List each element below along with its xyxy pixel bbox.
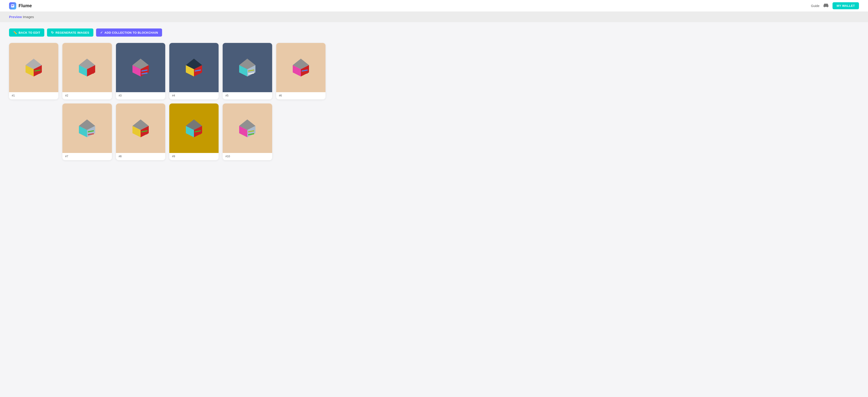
- guide-link[interactable]: Guide: [811, 4, 819, 8]
- image-label-3: #3: [116, 92, 165, 99]
- image-canvas-6: [276, 43, 326, 92]
- main-content: ✏️ BACK TO EDIT ↻ REGENERATE IMAGES ✓ AD…: [0, 22, 868, 174]
- image-card-7: #7: [62, 103, 112, 160]
- image-card-8: #8: [116, 103, 165, 160]
- breadcrumb: Preview Images: [9, 15, 34, 19]
- app-header: Flume Guide MY WALLET: [0, 0, 868, 12]
- breadcrumb-images: Images: [23, 15, 34, 19]
- image-canvas-8: [116, 103, 165, 153]
- image-label-7: #7: [62, 153, 112, 160]
- image-canvas-9: [169, 103, 219, 153]
- logo-area: Flume: [9, 2, 32, 9]
- image-card-5: #5: [223, 43, 272, 99]
- image-label-2: #2: [62, 92, 112, 99]
- image-card-9: #9: [169, 103, 219, 160]
- my-wallet-button[interactable]: MY WALLET: [833, 2, 859, 9]
- check-icon: ✓: [100, 31, 103, 34]
- regenerate-images-button[interactable]: ↻ REGENERATE IMAGES: [47, 29, 93, 37]
- image-card-4: #4: [169, 43, 219, 99]
- image-canvas-10: [223, 103, 272, 153]
- app-name: Flume: [19, 3, 32, 8]
- image-canvas-5: [223, 43, 272, 92]
- image-grid-row1: #1 #2 #3 #4 #5 #6: [9, 43, 326, 99]
- image-label-6: #6: [276, 92, 326, 99]
- image-card-6: #6: [276, 43, 326, 99]
- back-to-edit-button[interactable]: ✏️ BACK TO EDIT: [9, 29, 44, 37]
- breadcrumb-bar: Preview Images: [0, 12, 868, 22]
- action-buttons: ✏️ BACK TO EDIT ↻ REGENERATE IMAGES ✓ AD…: [9, 29, 859, 37]
- image-label-5: #5: [223, 92, 272, 99]
- image-card-1: #1: [9, 43, 58, 99]
- breadcrumb-preview: Preview: [9, 15, 22, 19]
- image-canvas-3: [116, 43, 165, 92]
- image-card-10: #10: [223, 103, 272, 160]
- image-card-2: #2: [62, 43, 112, 99]
- image-label-8: #8: [116, 153, 165, 160]
- image-grid-row2: #7 #8 #9 #10: [9, 103, 326, 160]
- pencil-icon: ✏️: [13, 31, 17, 34]
- image-canvas-2: [62, 43, 112, 92]
- image-label-1: #1: [9, 92, 58, 99]
- image-canvas-1: [9, 43, 58, 92]
- header-right: Guide MY WALLET: [811, 2, 859, 9]
- image-label-4: #4: [169, 92, 219, 99]
- refresh-icon: ↻: [51, 31, 54, 34]
- app-logo-icon: [9, 2, 16, 9]
- image-canvas-7: [62, 103, 112, 153]
- image-label-10: #10: [223, 153, 272, 160]
- image-label-9: #9: [169, 153, 219, 160]
- grid-placeholder: [9, 103, 58, 160]
- image-card-3: #3: [116, 43, 165, 99]
- add-to-blockchain-button[interactable]: ✓ ADD COLLECTION TO BLOCKCHAIN: [96, 29, 162, 37]
- discord-icon[interactable]: [824, 3, 829, 9]
- image-canvas-4: [169, 43, 219, 92]
